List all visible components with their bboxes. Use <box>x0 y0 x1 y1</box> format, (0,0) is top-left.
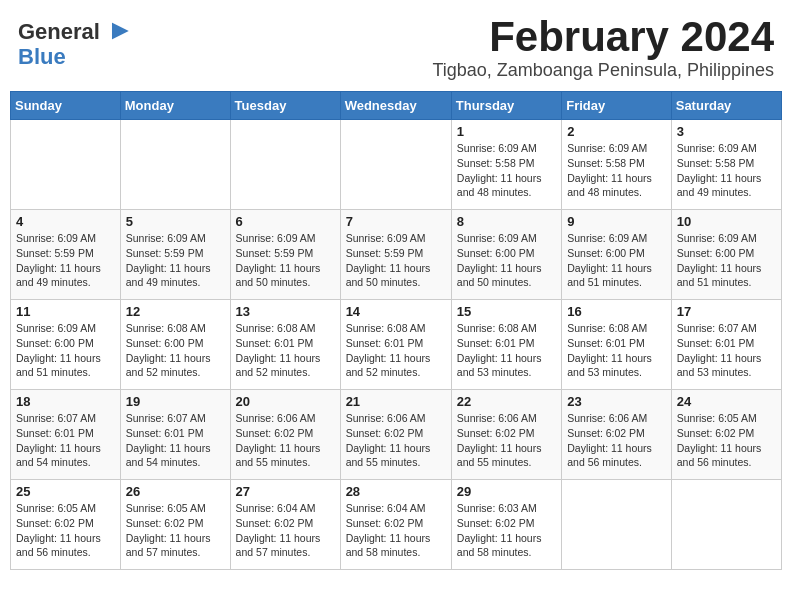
month-title: February 2024 <box>432 14 774 60</box>
weekday-row: SundayMondayTuesdayWednesdayThursdayFrid… <box>11 92 782 120</box>
day-number: 17 <box>677 304 776 319</box>
day-info: Sunrise: 6:09 AM Sunset: 5:58 PM Dayligh… <box>677 141 776 200</box>
calendar-cell: 26Sunrise: 6:05 AM Sunset: 6:02 PM Dayli… <box>120 480 230 570</box>
day-info: Sunrise: 6:09 AM Sunset: 5:59 PM Dayligh… <box>236 231 335 290</box>
weekday-header: Tuesday <box>230 92 340 120</box>
day-number: 25 <box>16 484 115 499</box>
day-info: Sunrise: 6:04 AM Sunset: 6:02 PM Dayligh… <box>346 501 446 560</box>
calendar-cell <box>11 120 121 210</box>
calendar-cell: 14Sunrise: 6:08 AM Sunset: 6:01 PM Dayli… <box>340 300 451 390</box>
day-info: Sunrise: 6:08 AM Sunset: 6:01 PM Dayligh… <box>567 321 666 380</box>
calendar-cell: 11Sunrise: 6:09 AM Sunset: 6:00 PM Dayli… <box>11 300 121 390</box>
day-info: Sunrise: 6:07 AM Sunset: 6:01 PM Dayligh… <box>126 411 225 470</box>
weekday-header: Sunday <box>11 92 121 120</box>
title-area: February 2024 Tigbao, Zamboanga Peninsul… <box>432 14 774 81</box>
calendar-cell: 28Sunrise: 6:04 AM Sunset: 6:02 PM Dayli… <box>340 480 451 570</box>
day-info: Sunrise: 6:08 AM Sunset: 6:01 PM Dayligh… <box>236 321 335 380</box>
day-info: Sunrise: 6:05 AM Sunset: 6:02 PM Dayligh… <box>677 411 776 470</box>
calendar-body: 1Sunrise: 6:09 AM Sunset: 5:58 PM Daylig… <box>11 120 782 570</box>
calendar-cell: 20Sunrise: 6:06 AM Sunset: 6:02 PM Dayli… <box>230 390 340 480</box>
calendar-cell: 3Sunrise: 6:09 AM Sunset: 5:58 PM Daylig… <box>671 120 781 210</box>
calendar-cell: 10Sunrise: 6:09 AM Sunset: 6:00 PM Dayli… <box>671 210 781 300</box>
calendar-cell <box>230 120 340 210</box>
day-number: 27 <box>236 484 335 499</box>
day-info: Sunrise: 6:05 AM Sunset: 6:02 PM Dayligh… <box>126 501 225 560</box>
day-number: 24 <box>677 394 776 409</box>
calendar-cell: 17Sunrise: 6:07 AM Sunset: 6:01 PM Dayli… <box>671 300 781 390</box>
calendar-cell: 18Sunrise: 6:07 AM Sunset: 6:01 PM Dayli… <box>11 390 121 480</box>
calendar-cell: 9Sunrise: 6:09 AM Sunset: 6:00 PM Daylig… <box>562 210 672 300</box>
calendar-cell: 21Sunrise: 6:06 AM Sunset: 6:02 PM Dayli… <box>340 390 451 480</box>
logo-blue-text: Blue <box>18 44 66 69</box>
page-header: General ► Blue February 2024 Tigbao, Zam… <box>10 10 782 85</box>
calendar-cell: 8Sunrise: 6:09 AM Sunset: 6:00 PM Daylig… <box>451 210 561 300</box>
calendar-cell: 16Sunrise: 6:08 AM Sunset: 6:01 PM Dayli… <box>562 300 672 390</box>
day-info: Sunrise: 6:06 AM Sunset: 6:02 PM Dayligh… <box>236 411 335 470</box>
weekday-header: Wednesday <box>340 92 451 120</box>
calendar-cell: 13Sunrise: 6:08 AM Sunset: 6:01 PM Dayli… <box>230 300 340 390</box>
calendar-cell: 6Sunrise: 6:09 AM Sunset: 5:59 PM Daylig… <box>230 210 340 300</box>
calendar-cell: 29Sunrise: 6:03 AM Sunset: 6:02 PM Dayli… <box>451 480 561 570</box>
day-info: Sunrise: 6:06 AM Sunset: 6:02 PM Dayligh… <box>567 411 666 470</box>
day-info: Sunrise: 6:09 AM Sunset: 5:58 PM Dayligh… <box>567 141 666 200</box>
day-info: Sunrise: 6:08 AM Sunset: 6:01 PM Dayligh… <box>346 321 446 380</box>
calendar-cell: 15Sunrise: 6:08 AM Sunset: 6:01 PM Dayli… <box>451 300 561 390</box>
calendar-cell: 5Sunrise: 6:09 AM Sunset: 5:59 PM Daylig… <box>120 210 230 300</box>
day-info: Sunrise: 6:06 AM Sunset: 6:02 PM Dayligh… <box>457 411 556 470</box>
day-info: Sunrise: 6:04 AM Sunset: 6:02 PM Dayligh… <box>236 501 335 560</box>
weekday-header: Thursday <box>451 92 561 120</box>
calendar-week: 11Sunrise: 6:09 AM Sunset: 6:00 PM Dayli… <box>11 300 782 390</box>
calendar-cell: 12Sunrise: 6:08 AM Sunset: 6:00 PM Dayli… <box>120 300 230 390</box>
day-info: Sunrise: 6:09 AM Sunset: 6:00 PM Dayligh… <box>16 321 115 380</box>
day-info: Sunrise: 6:03 AM Sunset: 6:02 PM Dayligh… <box>457 501 556 560</box>
calendar-cell: 25Sunrise: 6:05 AM Sunset: 6:02 PM Dayli… <box>11 480 121 570</box>
calendar-cell: 2Sunrise: 6:09 AM Sunset: 5:58 PM Daylig… <box>562 120 672 210</box>
calendar-cell: 19Sunrise: 6:07 AM Sunset: 6:01 PM Dayli… <box>120 390 230 480</box>
weekday-header: Friday <box>562 92 672 120</box>
day-info: Sunrise: 6:08 AM Sunset: 6:00 PM Dayligh… <box>126 321 225 380</box>
day-number: 15 <box>457 304 556 319</box>
day-number: 18 <box>16 394 115 409</box>
calendar-cell <box>671 480 781 570</box>
day-number: 23 <box>567 394 666 409</box>
logo: General ► Blue <box>18 14 134 68</box>
day-number: 8 <box>457 214 556 229</box>
calendar-cell: 1Sunrise: 6:09 AM Sunset: 5:58 PM Daylig… <box>451 120 561 210</box>
calendar-header: SundayMondayTuesdayWednesdayThursdayFrid… <box>11 92 782 120</box>
day-number: 10 <box>677 214 776 229</box>
day-number: 13 <box>236 304 335 319</box>
day-number: 21 <box>346 394 446 409</box>
day-info: Sunrise: 6:07 AM Sunset: 6:01 PM Dayligh… <box>16 411 115 470</box>
day-number: 29 <box>457 484 556 499</box>
day-number: 26 <box>126 484 225 499</box>
day-info: Sunrise: 6:09 AM Sunset: 6:00 PM Dayligh… <box>567 231 666 290</box>
day-info: Sunrise: 6:09 AM Sunset: 5:59 PM Dayligh… <box>16 231 115 290</box>
calendar-week: 18Sunrise: 6:07 AM Sunset: 6:01 PM Dayli… <box>11 390 782 480</box>
calendar-week: 4Sunrise: 6:09 AM Sunset: 5:59 PM Daylig… <box>11 210 782 300</box>
location-title: Tigbao, Zamboanga Peninsula, Philippines <box>432 60 774 81</box>
day-info: Sunrise: 6:09 AM Sunset: 6:00 PM Dayligh… <box>457 231 556 290</box>
day-number: 20 <box>236 394 335 409</box>
day-info: Sunrise: 6:08 AM Sunset: 6:01 PM Dayligh… <box>457 321 556 380</box>
day-number: 4 <box>16 214 115 229</box>
calendar-cell: 27Sunrise: 6:04 AM Sunset: 6:02 PM Dayli… <box>230 480 340 570</box>
weekday-header: Monday <box>120 92 230 120</box>
calendar-cell: 23Sunrise: 6:06 AM Sunset: 6:02 PM Dayli… <box>562 390 672 480</box>
calendar-cell <box>340 120 451 210</box>
day-info: Sunrise: 6:09 AM Sunset: 5:59 PM Dayligh… <box>126 231 225 290</box>
day-info: Sunrise: 6:05 AM Sunset: 6:02 PM Dayligh… <box>16 501 115 560</box>
calendar-table: SundayMondayTuesdayWednesdayThursdayFrid… <box>10 91 782 570</box>
day-number: 6 <box>236 214 335 229</box>
day-number: 16 <box>567 304 666 319</box>
calendar-cell: 7Sunrise: 6:09 AM Sunset: 5:59 PM Daylig… <box>340 210 451 300</box>
day-number: 12 <box>126 304 225 319</box>
day-info: Sunrise: 6:06 AM Sunset: 6:02 PM Dayligh… <box>346 411 446 470</box>
logo-arrow-icon: ► <box>106 14 134 45</box>
calendar-cell <box>120 120 230 210</box>
day-info: Sunrise: 6:09 AM Sunset: 5:58 PM Dayligh… <box>457 141 556 200</box>
calendar-cell: 22Sunrise: 6:06 AM Sunset: 6:02 PM Dayli… <box>451 390 561 480</box>
calendar-week: 1Sunrise: 6:09 AM Sunset: 5:58 PM Daylig… <box>11 120 782 210</box>
day-number: 5 <box>126 214 225 229</box>
day-number: 7 <box>346 214 446 229</box>
day-number: 1 <box>457 124 556 139</box>
